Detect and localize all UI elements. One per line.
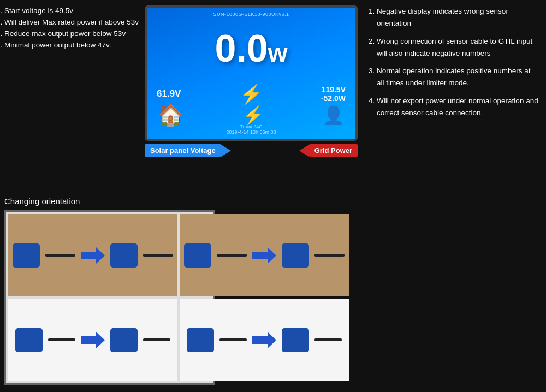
right-list-item-2: Wrong connection of sensor cable to GTIL… — [377, 35, 539, 60]
orientation-cell-2 — [180, 214, 349, 296]
cable-1 — [45, 254, 75, 257]
right-list-item-4: Will not export power under normal opera… — [377, 95, 539, 120]
orientation-cell-1 — [8, 214, 177, 296]
sensor-device-1 — [13, 243, 40, 268]
arrow-strip: Solar panel Voltage Grid Power — [145, 144, 358, 157]
arrow-1 — [81, 247, 105, 264]
sensor-device-2 — [184, 243, 211, 268]
right-list-item-3: Normal operation indicates positive numb… — [377, 65, 539, 90]
sensor-device-1b — [110, 243, 138, 268]
orientation-photo-grid — [4, 210, 215, 385]
monitor-wrapper: SUN-1000G-SLK10-900UKv6.1 0.0w 61.9V ⚡ 1… — [145, 5, 360, 157]
cable-4b — [314, 338, 342, 341]
cable-2 — [217, 254, 247, 257]
orientation-cell-4 — [180, 299, 349, 381]
house-icon: 🏠 — [158, 103, 183, 127]
svg-marker-1 — [252, 247, 276, 264]
sensor-device-4b — [282, 328, 309, 352]
right-list-item-1: Negative display indicates wrong sensor … — [377, 5, 539, 30]
cable-4 — [219, 338, 247, 341]
solar-arrow-group: Solar panel Voltage — [145, 144, 231, 157]
svg-marker-2 — [81, 332, 105, 348]
orientation-section: Changing orientation — [4, 197, 217, 385]
sensor-device-4 — [187, 328, 214, 352]
monitor-screen: SUN-1000G-SLK10-900UKv6.1 0.0w 61.9V ⚡ 1… — [145, 5, 358, 141]
top-left-list: Start voltage is 49.5v Will deliver Max … — [4, 5, 144, 51]
arrow-4 — [252, 332, 276, 348]
solar-arrow-right-icon — [221, 145, 231, 157]
screen-bolt-center-icon: ⚡ — [240, 83, 263, 105]
cable-1b — [143, 254, 173, 257]
svg-marker-3 — [252, 332, 276, 348]
list-item-4: Minimal power output below 47v. — [4, 40, 144, 51]
cable-3 — [48, 338, 75, 341]
svg-marker-0 — [81, 247, 105, 264]
cable-2b — [314, 254, 345, 257]
sensor-device-3 — [15, 328, 43, 352]
screen-footer: Tmax:24C 2019-4-14 13h 36m 03 — [226, 124, 276, 135]
solar-panel-label: Solar panel Voltage — [145, 144, 221, 157]
grid-power-label: Grid Power — [309, 144, 358, 157]
right-numbered-list: Negative display indicates wrong sensor … — [365, 5, 539, 124]
orientation-cell-3 — [8, 299, 177, 381]
screen-row2: 61.9V ⚡ 119.5V -52.0W — [147, 83, 355, 105]
cable-3b — [143, 338, 170, 341]
sensor-device-3b — [110, 328, 138, 352]
bolt2-icon: ⚡ — [242, 105, 264, 126]
grid-arrow-left-icon — [299, 145, 309, 157]
orientation-title: Changing orientation — [4, 197, 217, 206]
screen-header: SUN-1000G-SLK10-900UKv6.1 — [213, 11, 289, 17]
arrow-3 — [81, 332, 105, 348]
screen-solar-voltage: 61.9V — [157, 88, 181, 99]
list-item-1: Start voltage is 49.5v — [4, 5, 144, 17]
list-item-2: Will deliver Max rated power if above 53… — [4, 17, 144, 28]
screen-power-value: 0.0w — [215, 27, 287, 70]
list-item-3: Reduce max output power below 53v — [4, 28, 144, 40]
grid-arrow-group: Grid Power — [299, 144, 358, 157]
sensor-device-2b — [282, 243, 309, 268]
page-container: Start voltage is 49.5v Will deliver Max … — [0, 0, 546, 392]
screen-grid-values: 119.5V -52.0W — [321, 85, 346, 103]
person-icon: 👤 — [323, 105, 345, 126]
arrow-2 — [252, 247, 276, 264]
